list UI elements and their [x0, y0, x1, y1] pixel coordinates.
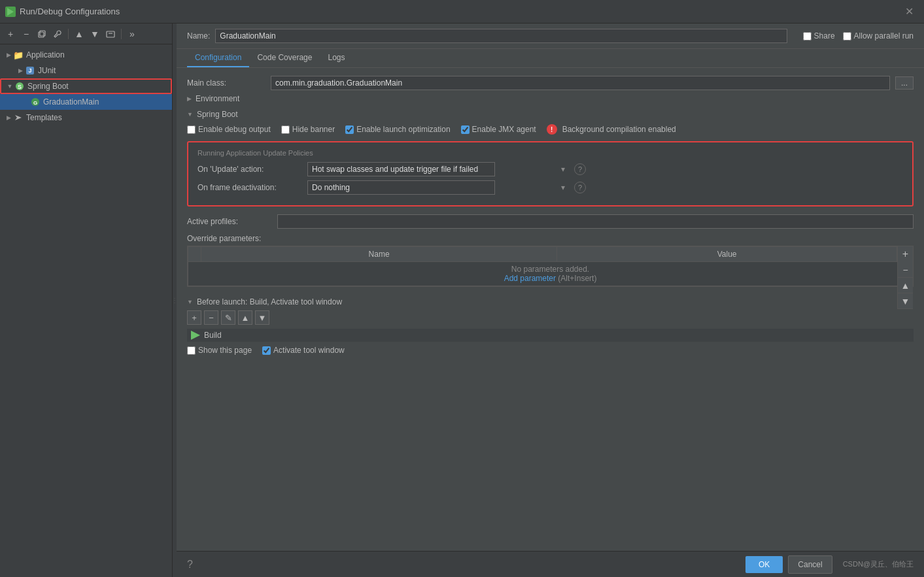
app-icon [5, 7, 16, 17]
share-checkbox-label[interactable]: Share [803, 31, 835, 41]
spring-boot-section-label: Spring Boot [197, 110, 238, 119]
svg-rect-2 [40, 31, 45, 36]
spring-boot-section-header[interactable]: ▼ Spring Boot [187, 110, 914, 119]
frame-deactivation-help[interactable]: ? [574, 182, 586, 193]
add-button[interactable]: + [4, 27, 17, 41]
more-button[interactable]: » [126, 27, 139, 41]
main-container: + − ▲ ▼ » [0, 24, 924, 577]
tree-arrow-templates: ▶ [4, 113, 13, 122]
no-params-text: No parameters added. [194, 265, 907, 274]
tab-logs[interactable]: Logs [320, 49, 352, 67]
tree-arrow-springboot: ▼ [5, 82, 14, 91]
update-action-select[interactable]: Hot swap classes and update trigger file… [307, 162, 495, 176]
spring-boot-arrow: ▼ [187, 111, 193, 118]
table-side-up[interactable]: ▲ [897, 278, 913, 293]
ok-button[interactable]: OK [745, 556, 783, 573]
allow-parallel-checkbox[interactable] [843, 32, 851, 41]
frame-deactivation-select-wrapper: Do nothing Update classes and resources … [307, 180, 569, 195]
tree-area[interactable]: ▶ 📁 Application ▶ J JUnit ▼ [0, 44, 172, 577]
share-checkbox[interactable] [803, 32, 812, 41]
bl-down-button[interactable]: ▼ [255, 310, 269, 325]
main-class-label: Main class: [187, 78, 265, 88]
policies-title: Running Application Update Policies [197, 149, 903, 157]
hide-banner-checkbox[interactable] [281, 125, 290, 134]
table-side-buttons: − ▲ ▼ [897, 262, 913, 309]
up-button[interactable]: ▲ [73, 27, 86, 41]
tree-item-graduationmain[interactable]: ▶ G GraduationMain [0, 94, 172, 110]
junit-label: JUnit [38, 66, 56, 75]
debug-output-text: Enable debug output [198, 125, 271, 134]
debug-output-checkbox[interactable] [187, 125, 196, 134]
environment-section[interactable]: ▶ Environment [187, 94, 914, 103]
table-side-minus[interactable]: − [897, 262, 913, 278]
header-checkboxes: Share Allow parallel run [803, 31, 914, 41]
bl-up-button[interactable]: ▲ [238, 310, 252, 325]
tree-item-junit[interactable]: ▶ J JUnit [0, 63, 172, 78]
jmx-agent-label[interactable]: Enable JMX agent [461, 125, 536, 134]
copy2-button[interactable] [104, 27, 117, 41]
main-class-browse-button[interactable]: ... [895, 76, 914, 90]
add-param-link[interactable]: Add parameter [504, 274, 556, 283]
activate-tool-window-label[interactable]: Activate tool window [262, 346, 345, 355]
svg-rect-1 [39, 32, 44, 37]
update-action-help[interactable]: ? [574, 163, 586, 175]
allow-parallel-checkbox-label[interactable]: Allow parallel run [843, 31, 914, 41]
name-input[interactable] [215, 29, 787, 43]
before-launch-header[interactable]: ▼ Before launch: Build, Activate tool wi… [187, 297, 914, 306]
before-launch-toolbar: + − ✎ ▲ ▼ [187, 310, 914, 325]
main-class-input[interactable] [271, 76, 890, 90]
right-panel: Name: Share Allow parallel run Configura… [177, 24, 924, 577]
brand-label: CSDN@灵丘、伯给王 [843, 559, 914, 569]
policies-section: Running Application Update Policies On '… [187, 141, 914, 206]
tree-item-templates[interactable]: ▶ Templates [0, 110, 172, 125]
hide-banner-label[interactable]: Hide banner [281, 125, 335, 134]
svg-text:J: J [28, 67, 31, 74]
left-panel: + − ▲ ▼ » [0, 24, 173, 577]
graduationmain-icon: G [30, 97, 41, 107]
footer: ? OK Cancel CSDN@灵丘、伯给王 [177, 551, 924, 577]
svg-text:G: G [33, 100, 37, 106]
add-param-row: Add parameter (Alt+Insert) [194, 274, 907, 283]
show-this-page-checkbox[interactable] [187, 346, 196, 355]
active-profiles-input[interactable] [277, 214, 914, 229]
help-button[interactable]: ? [187, 559, 193, 570]
tree-item-springboot[interactable]: ▼ S Spring Boot [0, 78, 172, 94]
launch-optimization-label[interactable]: Enable launch optimization [345, 125, 450, 134]
activate-tool-window-checkbox[interactable] [262, 346, 271, 355]
no-params-cell: No parameters added. Add parameter (Alt+… [188, 262, 913, 286]
wrench-button[interactable] [51, 27, 64, 41]
build-row: Build [187, 329, 914, 342]
left-toolbar: + − ▲ ▼ » [0, 24, 172, 44]
add-param-btn[interactable]: + [897, 246, 913, 262]
debug-output-label[interactable]: Enable debug output [187, 125, 271, 134]
application-icon: 📁 [13, 50, 24, 60]
before-launch-label: Before launch: Build, Activate tool wind… [197, 297, 342, 306]
show-this-page-label[interactable]: Show this page [187, 346, 252, 355]
copy-button[interactable] [35, 27, 48, 41]
jmx-agent-checkbox[interactable] [461, 125, 470, 134]
update-action-select-wrapper: Hot swap classes and update trigger file… [307, 162, 569, 176]
bl-remove-button[interactable]: − [204, 310, 218, 325]
toolbar-separator [68, 29, 69, 39]
before-launch-arrow: ▼ [187, 299, 193, 305]
tab-configuration[interactable]: Configuration [187, 49, 249, 67]
name-label: Name: [187, 31, 210, 41]
main-class-row: Main class: ... [187, 76, 914, 90]
close-button[interactable]: ✕ [900, 3, 919, 20]
launch-optimization-text: Enable launch optimization [356, 125, 450, 134]
frame-deactivation-select[interactable]: Do nothing Update classes and resources … [307, 180, 495, 195]
bl-edit-button[interactable]: ✎ [221, 310, 235, 325]
bl-add-button[interactable]: + [187, 310, 201, 325]
down-button[interactable]: ▼ [88, 27, 101, 41]
build-icon [191, 331, 200, 340]
table-side-down[interactable]: ▼ [897, 293, 913, 309]
remove-button[interactable]: − [20, 27, 33, 41]
launch-optimization-checkbox[interactable] [345, 125, 354, 134]
tabs-bar: Configuration Code Coverage Logs [177, 49, 924, 68]
cancel-button[interactable]: Cancel [788, 555, 832, 574]
params-table-container: + Name Value [187, 246, 914, 287]
svg-rect-3 [107, 31, 114, 37]
tree-item-application[interactable]: ▶ 📁 Application [0, 47, 172, 63]
tab-coverage[interactable]: Code Coverage [249, 49, 320, 67]
frame-deactivation-row: On frame deactivation: Do nothing Update… [197, 180, 903, 195]
